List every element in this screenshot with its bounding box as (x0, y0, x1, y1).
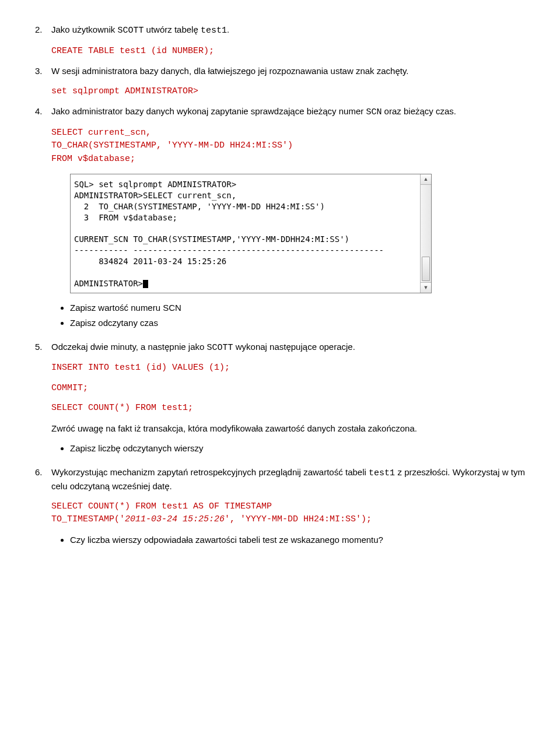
code-block: SELECT current_scn, TO_CHAR(SYSTIMESTAMP… (51, 127, 525, 166)
item-number: 4. (35, 105, 51, 120)
text: Jako administrator bazy danych wykonaj z… (51, 106, 366, 116)
code-inline: test1 (201, 26, 227, 36)
item-number: 2. (35, 23, 51, 38)
bullet-item: Czy liczba wierszy odpowiadała zawartośc… (70, 534, 525, 547)
terminal-output: SQL> set sqlprompt ADMINISTRATOR> ADMINI… (71, 174, 431, 293)
code-line: SELECT COUNT(*) FROM test1 AS OF TIMESTA… (51, 501, 272, 511)
text: oraz bieżący czas. (382, 106, 456, 116)
terminal-line: ADMINISTRATOR>SELECT current_scn, (74, 191, 236, 200)
bullet-list: Czy liczba wierszy odpowiadała zawartośc… (70, 534, 525, 547)
code-block: SELECT COUNT(*) FROM test1; (51, 402, 525, 415)
list-item-6: 6. Wykorzystując mechanizm zapytań retro… (35, 466, 525, 493)
scroll-down-icon[interactable]: ▼ (421, 282, 431, 293)
bullet-item: Zapisz wartość numeru SCN (70, 301, 525, 315)
terminal-window: SQL> set sqlprompt ADMINISTRATOR> ADMINI… (70, 174, 432, 293)
code-block: COMMIT; (51, 382, 525, 395)
list-item-4: 4. Jako administrator bazy danych wykona… (35, 105, 525, 120)
terminal-line: ----------- ----------------------------… (74, 246, 384, 255)
terminal-line: SQL> set sqlprompt ADMINISTRATOR> (74, 180, 236, 189)
terminal-line: 2 TO_CHAR(SYSTIMESTAMP, 'YYYY-MM-DD HH24… (74, 202, 325, 211)
code-inline: SCOTT (117, 26, 144, 36)
text: Odczekaj dwie minuty, a następnie jako (51, 342, 207, 352)
text: Jako użytkownik (51, 24, 117, 34)
list-item-2: 2. Jako użytkownik SCOTT utwórz tabelę t… (35, 23, 525, 38)
item-body: Jako użytkownik SCOTT utwórz tabelę test… (51, 23, 525, 38)
cursor-icon (143, 280, 148, 288)
code-line: ', 'YYYY-MM-DD HH24:MI:SS'); (225, 514, 372, 524)
list-item-3: 3. W sesji administratora bazy danych, d… (35, 65, 525, 78)
item-body: Odczekaj dwie minuty, a następnie jako S… (51, 341, 525, 355)
item-body: Wykorzystując mechanizm zapytań retrospe… (51, 466, 525, 493)
scroll-up-icon[interactable]: ▲ (421, 174, 431, 185)
text: . (227, 24, 229, 34)
list-item-5: 5. Odczekaj dwie minuty, a następnie jak… (35, 341, 525, 355)
item-body: W sesji administratora bazy danych, dla … (51, 65, 525, 78)
code-inline: SCN (366, 107, 382, 117)
code-block: INSERT INTO test1 (id) VALUES (1); (51, 362, 525, 375)
code-inline: test1 (369, 468, 395, 478)
bullet-list: Zapisz wartość numeru SCN Zapisz odczyta… (70, 301, 525, 330)
bullet-list: Zapisz liczbę odczytanych wierszy (70, 442, 525, 455)
code-italic: 2011-03-24 15:25:26 (125, 514, 225, 524)
terminal-line: 834824 2011-03-24 15:25:26 (74, 257, 226, 266)
text: utwórz tabelę (144, 24, 201, 34)
terminal-line: 3 FROM v$database; (74, 213, 177, 222)
code-inline: SCOTT (207, 343, 233, 353)
bullet-item: Zapisz liczbę odczytanych wierszy (70, 442, 525, 455)
bullet-item: Zapisz odczytany czas (70, 317, 525, 330)
paragraph: Zwróć uwagę na fakt iż transakcja, która… (51, 422, 525, 436)
text: Wykorzystując mechanizm zapytań retrospe… (51, 467, 369, 477)
item-number: 5. (35, 341, 51, 355)
terminal-screenshot: SQL> set sqlprompt ADMINISTRATOR> ADMINI… (70, 174, 432, 293)
terminal-line: CURRENT_SCN TO_CHAR(SYSTIMESTAMP,'YYYY-M… (74, 234, 349, 244)
item-body: Jako administrator bazy danych wykonaj z… (51, 105, 525, 120)
item-number: 3. (35, 65, 51, 78)
code-block: set sqlprompt ADMINISTRATOR> (51, 85, 525, 99)
terminal-line: ADMINISTRATOR> (74, 279, 143, 288)
code-block: CREATE TABLE test1 (id NUMBER); (51, 45, 525, 58)
code-block: SELECT COUNT(*) FROM test1 AS OF TIMESTA… (51, 500, 525, 527)
code-line: TO_TIMESTAMP(' (51, 514, 125, 524)
text: wykonaj następujące operacje. (233, 342, 355, 352)
item-number: 6. (35, 466, 51, 493)
scroll-thumb[interactable] (422, 257, 430, 281)
scrollbar[interactable]: ▲ ▼ (420, 174, 431, 293)
